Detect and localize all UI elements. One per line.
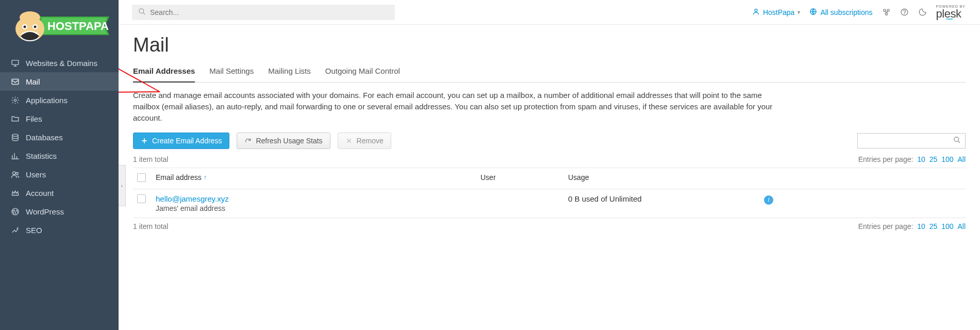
per-page-10[interactable]: 10: [917, 222, 925, 230]
crown-icon: [10, 188, 20, 197]
content: Mail Email Addresses Mail Settings Maili…: [119, 25, 980, 244]
svg-rect-11: [12, 79, 19, 84]
sidebar-item-label: Databases: [26, 133, 63, 142]
per-page: Entries per page: 10 25 100 All: [858, 222, 966, 230]
sidebar-item-label: Statistics: [26, 152, 57, 160]
per-page-label: Entries per page:: [858, 222, 913, 230]
sidebar-item-users[interactable]: Users: [0, 165, 119, 184]
svg-point-24: [904, 14, 905, 14]
svg-point-22: [885, 13, 887, 15]
plesk-underline: [946, 19, 953, 20]
globe-icon: [809, 8, 817, 17]
top-bar: HostPapa ▾ All subscriptions POWERED BY …: [119, 0, 980, 25]
filter-input[interactable]: [862, 137, 953, 145]
create-email-button[interactable]: Create Email Address: [133, 133, 229, 149]
svg-point-12: [14, 99, 16, 101]
sidebar-item-label: Files: [26, 114, 42, 123]
col-email[interactable]: Email address ↑: [156, 173, 480, 182]
search-icon: [953, 136, 961, 145]
sidebar-item-seo[interactable]: SEO: [0, 221, 119, 239]
select-all-checkbox[interactable]: [137, 173, 146, 182]
folder-icon: [10, 114, 20, 123]
page-title: Mail: [133, 34, 966, 56]
per-page-all[interactable]: All: [957, 155, 966, 163]
plus-icon: [141, 137, 148, 144]
sidebar-item-label: Account: [26, 189, 54, 197]
tab-mail-settings[interactable]: Mail Settings: [209, 61, 254, 82]
svg-point-14: [12, 171, 15, 174]
total-label: 1 item total: [133, 155, 168, 163]
search-icon: [138, 8, 146, 17]
wordpress-icon: [10, 207, 20, 216]
tab-outgoing-mail-control[interactable]: Outgoing Mail Control: [325, 61, 400, 82]
svg-text:HOSTPAPA: HOSTPAPA: [47, 20, 109, 32]
row-checkbox[interactable]: [137, 194, 146, 203]
table-header: Email address ↑ User Usage: [133, 168, 966, 189]
subscriptions-label: All subscriptions: [820, 8, 872, 16]
tab-mailing-lists[interactable]: Mailing Lists: [268, 61, 311, 82]
subscriptions-menu[interactable]: All subscriptions: [809, 8, 872, 17]
sidebar-item-statistics[interactable]: Statistics: [0, 146, 119, 165]
button-label: Create Email Address: [152, 137, 222, 145]
per-page-25[interactable]: 25: [929, 155, 938, 163]
sidebar-item-account[interactable]: Account: [0, 184, 119, 202]
sidebar-item-label: SEO: [26, 226, 42, 235]
info-icon[interactable]: i: [764, 195, 773, 205]
total-label: 1 item total: [133, 222, 168, 230]
col-label: Email address: [156, 173, 202, 182]
search-input[interactable]: [150, 8, 389, 16]
sidebar-item-applications[interactable]: Applications: [0, 91, 119, 109]
sidebar-item-databases[interactable]: Databases: [0, 128, 119, 146]
col-usage[interactable]: Usage: [568, 173, 764, 182]
toolbar: Create Email Address Refresh Usage Stats…: [133, 133, 966, 149]
cell-email: hello@jamesgrey.xyz James' email address: [156, 194, 480, 212]
sidebar-item-wordpress[interactable]: WordPress: [0, 202, 119, 221]
per-page-label: Entries per page:: [858, 155, 913, 163]
refresh-usage-button[interactable]: Refresh Usage Stats: [237, 133, 330, 149]
extensions-icon[interactable]: [882, 8, 891, 16]
remove-icon: [345, 137, 353, 144]
sidebar-item-websites-domains[interactable]: Websites & Domains: [0, 54, 119, 72]
email-link[interactable]: hello@jamesgrey.xyz: [156, 194, 229, 203]
sidebar-item-label: Mail: [26, 77, 40, 86]
help-icon[interactable]: [900, 8, 909, 16]
logo[interactable]: HOSTPAPA: [0, 0, 119, 54]
per-page-all[interactable]: All: [957, 222, 966, 230]
svg-point-27: [954, 137, 959, 142]
email-sub: James' email address: [156, 204, 480, 212]
remove-button[interactable]: Remove: [338, 133, 391, 149]
svg-point-9: [34, 26, 37, 28]
per-page-10[interactable]: 10: [917, 155, 925, 163]
sidebar-item-files[interactable]: Files: [0, 109, 119, 128]
email-table: Email address ↑ User Usage hello@jamesgr…: [133, 168, 966, 218]
button-label: Remove: [357, 137, 384, 145]
gear-icon: [10, 95, 20, 105]
stats-icon: [10, 151, 20, 160]
table-row: hello@jamesgrey.xyz James' email address…: [133, 189, 966, 218]
user-name: HostPapa: [763, 8, 794, 16]
users-icon: [10, 170, 20, 179]
sidebar-collapse-handle[interactable]: ‹: [119, 165, 126, 206]
search-box[interactable]: [132, 5, 395, 20]
per-page-25[interactable]: 25: [929, 222, 938, 230]
tabs: Email Addresses Mail Settings Mailing Li…: [133, 61, 966, 82]
sidebar-item-label: Users: [26, 170, 46, 179]
tab-email-addresses[interactable]: Email Addresses: [133, 61, 195, 82]
seo-icon: [10, 225, 20, 235]
svg-point-4: [20, 11, 40, 24]
plesk-logo[interactable]: POWERED BY plesk: [936, 5, 967, 20]
plesk-brand: plesk: [936, 8, 961, 20]
sidebar-item-mail[interactable]: Mail: [0, 72, 119, 91]
top-right: HostPapa ▾ All subscriptions POWERED BY …: [752, 5, 967, 20]
mail-icon: [10, 77, 20, 86]
per-page-100[interactable]: 100: [941, 155, 953, 163]
svg-point-13: [12, 134, 18, 136]
main: HostPapa ▾ All subscriptions POWERED BY …: [119, 0, 980, 330]
col-user[interactable]: User: [480, 173, 568, 182]
person-icon: [752, 8, 760, 17]
page-description: Create and manage email accounts associa…: [133, 90, 783, 123]
user-menu[interactable]: HostPapa ▾: [752, 8, 800, 17]
theme-icon[interactable]: [918, 8, 927, 16]
filter-box[interactable]: [857, 133, 966, 148]
per-page-100[interactable]: 100: [941, 222, 953, 230]
